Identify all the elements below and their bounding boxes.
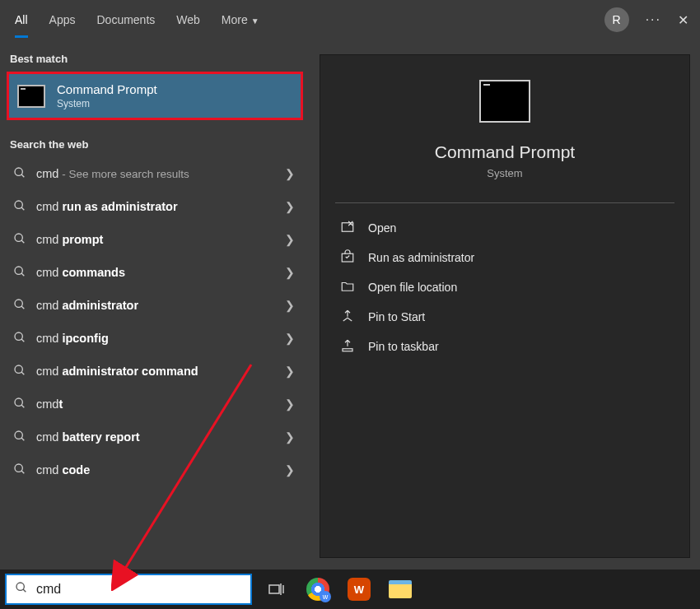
chevron-down-icon: ▼ <box>251 16 259 26</box>
chevron-right-icon[interactable]: ❯ <box>285 167 295 180</box>
result-text: cmd administrator command <box>36 365 198 378</box>
search-icon <box>13 265 26 281</box>
svg-line-3 <box>21 207 24 210</box>
divider <box>335 202 674 203</box>
chevron-right-icon[interactable]: ❯ <box>285 233 295 246</box>
tab-more-label: More <box>222 13 248 26</box>
best-match-heading: Best match <box>7 48 303 72</box>
web-result-item[interactable]: cmd prompt❯ <box>7 223 303 256</box>
chevron-right-icon[interactable]: ❯ <box>285 430 295 444</box>
svg-line-19 <box>21 471 24 473</box>
preview-column: Command Prompt System OpenRun as adminis… <box>310 40 700 569</box>
chevron-right-icon[interactable]: ❯ <box>285 266 295 279</box>
svg-point-4 <box>15 234 22 241</box>
pin-to-start-icon <box>340 309 355 326</box>
search-tabs: All Apps Documents Web More▼ <box>15 2 259 38</box>
search-icon <box>13 364 26 379</box>
svg-rect-25 <box>269 585 279 593</box>
svg-point-16 <box>15 431 22 439</box>
command-prompt-icon <box>17 85 45 108</box>
action-label: Run as administrator <box>368 251 474 264</box>
svg-line-15 <box>21 405 24 407</box>
svg-point-10 <box>15 332 22 340</box>
result-text: cmd ipconfig <box>36 332 109 345</box>
web-result-item[interactable]: cmdt❯ <box>7 388 303 421</box>
action-pin-to-start[interactable]: Pin to Start <box>335 302 674 332</box>
preview-header: Command Prompt System <box>335 80 674 179</box>
action-run-as-admin[interactable]: Run as administrator <box>335 243 674 272</box>
action-label: Open <box>368 221 396 235</box>
search-icon <box>13 166 26 182</box>
action-open-file-location[interactable]: Open file location <box>335 272 674 302</box>
task-view-icon[interactable] <box>260 573 293 606</box>
preview-actions: OpenRun as administratorOpen file locati… <box>335 213 674 361</box>
svg-line-24 <box>23 589 26 592</box>
search-icon <box>13 331 26 346</box>
result-text: cmd prompt <box>36 233 103 246</box>
web-result-item[interactable]: cmd code❯ <box>7 453 303 486</box>
preview-title: Command Prompt <box>435 142 575 162</box>
svg-line-1 <box>21 174 24 177</box>
tab-documents[interactable]: Documents <box>96 2 155 38</box>
result-text: cmd commands <box>36 266 125 279</box>
action-label: Open file location <box>368 281 457 294</box>
action-label: Pin to Start <box>368 310 425 323</box>
search-icon <box>13 298 26 314</box>
preview-subtitle: System <box>487 167 522 179</box>
web-result-item[interactable]: cmd administrator command❯ <box>7 355 303 388</box>
chevron-right-icon[interactable]: ❯ <box>285 397 295 411</box>
svg-point-23 <box>16 583 24 590</box>
search-icon <box>15 581 28 597</box>
tab-web[interactable]: Web <box>176 2 200 38</box>
results-column: Best match Command Prompt System Search … <box>0 40 310 569</box>
action-open[interactable]: Open <box>335 213 674 243</box>
best-match-result[interactable]: Command Prompt System <box>7 72 303 120</box>
web-result-item[interactable]: cmd run as administrator❯ <box>7 190 303 223</box>
search-icon <box>13 232 26 248</box>
web-results-list: cmd - See more search results❯cmd run as… <box>7 157 303 486</box>
chevron-right-icon[interactable]: ❯ <box>285 200 295 213</box>
web-result-item[interactable]: cmd commands❯ <box>7 256 303 289</box>
svg-line-13 <box>21 372 24 374</box>
result-text: cmd administrator <box>36 299 138 312</box>
chevron-right-icon[interactable]: ❯ <box>285 365 295 378</box>
user-avatar[interactable]: R <box>604 7 629 32</box>
best-match-title: Command Prompt <box>57 82 157 96</box>
search-main: Best match Command Prompt System Search … <box>0 40 700 569</box>
run-as-admin-icon <box>340 249 355 267</box>
tab-more[interactable]: More▼ <box>222 2 259 38</box>
svg-point-12 <box>15 365 22 373</box>
svg-point-18 <box>15 464 22 472</box>
web-result-item[interactable]: cmd - See more search results❯ <box>7 157 303 190</box>
chevron-right-icon[interactable]: ❯ <box>285 463 295 477</box>
more-options-icon[interactable]: ··· <box>646 12 661 27</box>
web-result-item[interactable]: cmd battery report❯ <box>7 421 303 453</box>
taskbar-search-box[interactable] <box>5 574 252 605</box>
wps-app-icon[interactable]: W <box>343 573 376 606</box>
file-explorer-icon[interactable] <box>384 573 417 606</box>
tab-apps[interactable]: Apps <box>49 2 76 38</box>
command-prompt-icon <box>479 80 530 123</box>
result-text: cmd battery report <box>36 430 140 444</box>
preview-panel: Command Prompt System OpenRun as adminis… <box>320 54 690 558</box>
action-pin-to-taskbar[interactable]: Pin to taskbar <box>335 332 674 361</box>
web-result-item[interactable]: cmd ipconfig❯ <box>7 322 303 355</box>
tab-all[interactable]: All <box>15 2 28 38</box>
svg-point-6 <box>15 267 22 274</box>
search-input[interactable] <box>36 582 242 597</box>
svg-line-7 <box>21 273 24 276</box>
result-text: cmd code <box>36 463 90 477</box>
result-text: cmd - See more search results <box>36 167 189 180</box>
chevron-right-icon[interactable]: ❯ <box>285 332 295 345</box>
close-icon[interactable]: ✕ <box>678 12 688 28</box>
chevron-right-icon[interactable]: ❯ <box>285 299 295 312</box>
svg-line-9 <box>21 306 24 309</box>
svg-point-0 <box>15 168 22 175</box>
web-result-item[interactable]: cmd administrator❯ <box>7 289 303 322</box>
svg-point-8 <box>15 300 22 307</box>
result-text: cmd run as administrator <box>36 200 178 213</box>
chrome-app-icon[interactable] <box>301 573 334 606</box>
best-match-text: Command Prompt System <box>57 82 157 109</box>
search-web-heading: Search the web <box>7 133 303 157</box>
result-text: cmdt <box>36 397 63 411</box>
